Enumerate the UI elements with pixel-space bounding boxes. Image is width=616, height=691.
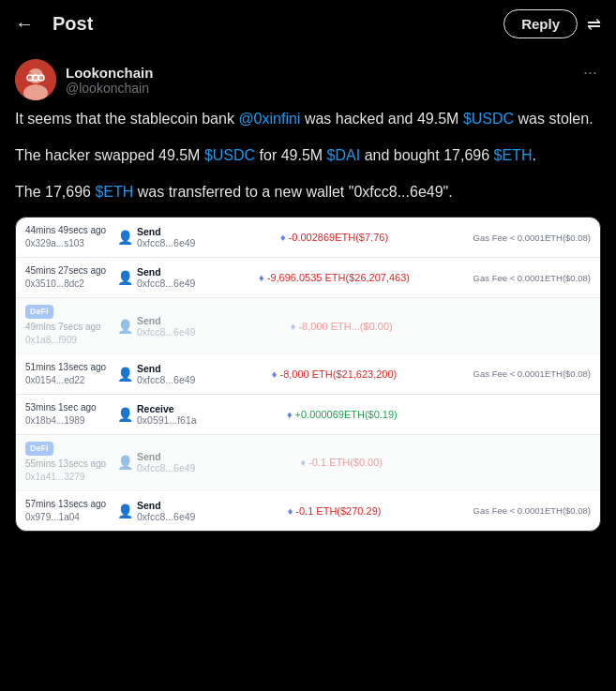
tx-amount-value[interactable]: -0.002869ETH($7.76) bbox=[289, 232, 388, 243]
post-p2-start: The hacker swapped 49.5M bbox=[15, 147, 204, 163]
tx-action-address[interactable]: 0xfcc8...6e49 bbox=[137, 462, 195, 473]
tx-time: 44mins 49secs ago 0x329a...s103 bbox=[25, 224, 110, 250]
tx-action-text: Send 0xfcc8...6e49 bbox=[137, 226, 195, 248]
tx-gas: Gas Fee < 0.0001ETH($0.08) bbox=[473, 233, 591, 243]
eth-diamond-icon: ♦ bbox=[259, 272, 264, 283]
post-p1-text: It seems that the stablecoin bank bbox=[15, 111, 234, 127]
tx-amount: ♦ -0.002869ETH($7.76) bbox=[203, 232, 465, 243]
tx-amount: ♦ -0.1 ETH($270.29) bbox=[203, 505, 465, 517]
post-container: Lookonchain @lookonchain ··· It seems th… bbox=[0, 48, 616, 532]
person-icon: 👤 bbox=[117, 407, 133, 422]
tx-time: 45mins 27secs ago 0x3510...8dc2 bbox=[25, 264, 110, 291]
tx-hash[interactable]: 0x1a8...f909 bbox=[25, 335, 77, 345]
table-row[interactable]: DeFi 49mins 7secs ago 0x1a8...f909 👤 Sen… bbox=[16, 298, 600, 354]
table-row[interactable]: 45mins 27secs ago 0x3510...8dc2 👤 Send 0… bbox=[16, 258, 600, 298]
tx-action-address[interactable]: 0x0591...f61a bbox=[137, 414, 197, 426]
tx-badge: DeFi bbox=[25, 442, 53, 456]
back-button[interactable]: ← bbox=[15, 13, 34, 35]
cashtag-eth2[interactable]: $ETH bbox=[95, 184, 133, 200]
tx-hash[interactable]: 0x18b4...1989 bbox=[25, 415, 84, 426]
tx-amount-value[interactable]: +0.000069ETH($0.19) bbox=[295, 409, 398, 420]
post-p2-mid2: and bought 17,696 bbox=[360, 147, 493, 163]
table-row[interactable]: 51mins 13secs ago 0x0154...ed22 👤 Send 0… bbox=[16, 354, 600, 395]
tx-action-text: Receive 0x0591...f61a bbox=[137, 403, 197, 426]
person-icon: 👤 bbox=[117, 319, 133, 334]
tx-hash[interactable]: 0x329a...s103 bbox=[25, 238, 84, 248]
tx-action-text: Send 0xfcc8...6e49 bbox=[137, 363, 195, 385]
author-display-name[interactable]: Lookonchain bbox=[66, 65, 153, 81]
author-info: Lookonchain @lookonchain bbox=[15, 59, 153, 100]
mention-0xinfini[interactable]: @0xinfini bbox=[238, 111, 300, 127]
tx-time-text: 57mins 13secs ago bbox=[25, 499, 106, 509]
tx-action-address[interactable]: 0xfcc8...6e49 bbox=[137, 511, 195, 522]
tx-amount: ♦ +0.000069ETH($0.19) bbox=[204, 409, 480, 420]
table-row[interactable]: 53mins 1sec ago 0x18b4...1989 👤 Receive … bbox=[16, 395, 600, 435]
tx-time: 53mins 1sec ago 0x18b4...1989 bbox=[25, 401, 110, 428]
header-right: Reply ⇌ bbox=[503, 9, 601, 38]
table-row[interactable]: 57mins 13secs ago 0x979...1a04 👤 Send 0x… bbox=[16, 491, 600, 531]
tx-amount-value[interactable]: -0.1 ETH($0.00) bbox=[308, 457, 383, 468]
tx-action-label: Send bbox=[137, 226, 195, 237]
tx-amount-value[interactable]: -0.1 ETH($270.29) bbox=[295, 505, 381, 517]
author-names: Lookonchain @lookonchain bbox=[66, 65, 153, 96]
cashtag-eth[interactable]: $ETH bbox=[494, 147, 533, 163]
tx-gas: Gas Fee < 0.0001ETH($0.08) bbox=[473, 505, 591, 516]
tx-time-text: 53mins 1sec ago bbox=[25, 402, 97, 413]
tx-action-address[interactable]: 0xfcc8...6e49 bbox=[137, 278, 195, 289]
tx-amount: ♦ -0.1 ETH($0.00) bbox=[203, 457, 480, 468]
tx-amount-value[interactable]: -9,696.0535 ETH($26,207,463) bbox=[267, 272, 410, 283]
tx-action-text: Send 0xfcc8...6e49 bbox=[137, 315, 195, 338]
tx-action: 👤 Send 0xfcc8...6e49 bbox=[117, 451, 195, 473]
eth-diamond-icon: ♦ bbox=[291, 321, 296, 332]
tx-action: 👤 Send 0xfcc8...6e49 bbox=[117, 266, 195, 289]
tx-amount: ♦ -8,000 ETH($21,623,200) bbox=[203, 368, 465, 380]
tx-hash[interactable]: 0x0154...ed22 bbox=[25, 375, 84, 385]
table-row[interactable]: 44mins 49secs ago 0x329a...s103 👤 Send 0… bbox=[16, 218, 600, 258]
tx-action-text: Send 0xfcc8...6e49 bbox=[137, 266, 195, 289]
author-row: Lookonchain @lookonchain ··· bbox=[15, 59, 601, 100]
cashtag-dai[interactable]: $DAI bbox=[327, 147, 361, 163]
tx-time: DeFi 49mins 7secs ago 0x1a8...f909 bbox=[25, 305, 110, 347]
tx-hash[interactable]: 0x1a41...3279 bbox=[25, 472, 84, 482]
tx-amount-value[interactable]: -8,000 ETH($21,623,200) bbox=[279, 368, 397, 380]
eth-diamond-icon: ♦ bbox=[300, 457, 306, 468]
tx-action-label: Send bbox=[137, 266, 195, 278]
tx-action-label: Receive bbox=[137, 403, 197, 414]
more-options-button[interactable]: ··· bbox=[579, 59, 601, 86]
tx-time: 51mins 13secs ago 0x0154...ed22 bbox=[25, 361, 110, 387]
tx-action-address[interactable]: 0xfcc8...6e49 bbox=[137, 326, 195, 338]
tx-action: 👤 Receive 0x0591...f61a bbox=[117, 403, 197, 426]
eth-diamond-icon: ♦ bbox=[280, 232, 286, 243]
tx-action-label: Send bbox=[137, 500, 195, 511]
tx-action-text: Send 0xfcc8...6e49 bbox=[137, 500, 195, 522]
page-title: Post bbox=[53, 13, 93, 35]
tx-gas: Gas Fee < 0.0001ETH($0.08) bbox=[473, 368, 591, 379]
tx-amount: ♦ -8,000 ETH...($0.00) bbox=[203, 321, 480, 332]
tx-action-address[interactable]: 0xfcc8...6e49 bbox=[137, 374, 195, 385]
eth-diamond-icon: ♦ bbox=[287, 409, 293, 420]
tx-time-text: 55mins 13secs ago bbox=[25, 458, 106, 469]
tx-amount-value[interactable]: -8,000 ETH...($0.00) bbox=[298, 321, 392, 332]
tx-action-address[interactable]: 0xfcc8...6e49 bbox=[137, 237, 195, 248]
avatar[interactable] bbox=[15, 59, 56, 100]
transaction-table: 44mins 49secs ago 0x329a...s103 👤 Send 0… bbox=[15, 217, 601, 531]
author-handle[interactable]: @lookonchain bbox=[66, 81, 153, 96]
post-p2-mid: for 49.5M bbox=[255, 147, 326, 163]
reply-button[interactable]: Reply bbox=[503, 9, 578, 38]
cashtag-usdc2[interactable]: $USDC bbox=[204, 147, 255, 163]
person-icon: 👤 bbox=[117, 367, 133, 382]
tx-time: DeFi 55mins 13secs ago 0x1a41...3279 bbox=[25, 442, 110, 484]
header: ← Post Reply ⇌ bbox=[0, 0, 616, 48]
tx-time: 57mins 13secs ago 0x979...1a04 bbox=[25, 498, 110, 524]
cashtag-usdc[interactable]: $USDC bbox=[463, 111, 514, 127]
table-row[interactable]: DeFi 55mins 13secs ago 0x1a41...3279 👤 S… bbox=[16, 435, 600, 491]
post-p3-end: was transferred to a new wallet "0xfcc8.… bbox=[133, 184, 452, 200]
tx-hash[interactable]: 0x979...1a04 bbox=[25, 512, 80, 522]
person-icon: 👤 bbox=[117, 230, 133, 245]
adjust-icon[interactable]: ⇌ bbox=[587, 14, 601, 35]
person-icon: 👤 bbox=[117, 503, 133, 518]
tx-action-text: Send 0xfcc8...6e49 bbox=[137, 451, 195, 473]
tx-action-label: Send bbox=[137, 451, 195, 462]
tx-hash[interactable]: 0x3510...8dc2 bbox=[25, 278, 84, 289]
person-icon: 👤 bbox=[117, 270, 133, 285]
